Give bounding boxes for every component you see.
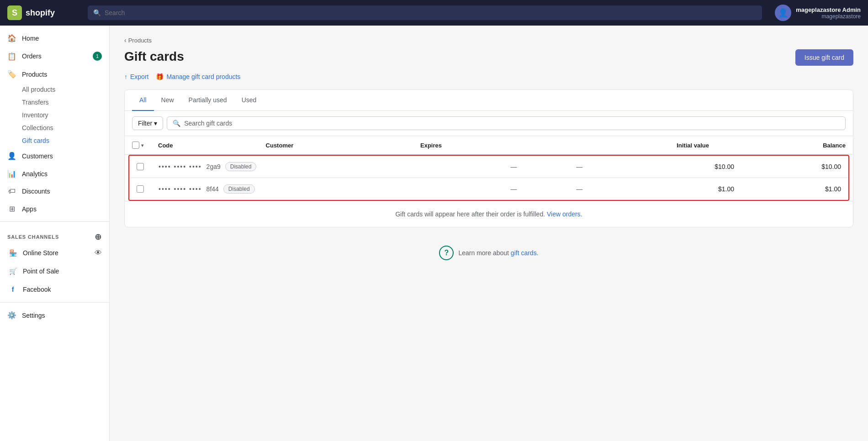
discounts-icon: 🏷 bbox=[7, 187, 16, 195]
gift-cards-table: ▾ Code Customer Expires Initial value Ba… bbox=[125, 136, 853, 201]
select-all-checkbox[interactable] bbox=[132, 142, 139, 149]
row2-customer: — bbox=[503, 178, 569, 200]
app-body: 🏠 Home 📋 Orders 1 🏷️ Products All produc… bbox=[0, 26, 868, 441]
row1-customer-dash: — bbox=[511, 163, 517, 170]
sidebar-item-facebook[interactable]: f Facebook bbox=[0, 280, 109, 299]
sidebar-item-settings[interactable]: ⚙️ Settings bbox=[0, 306, 109, 324]
avatar[interactable]: 👤 bbox=[775, 5, 791, 21]
add-sales-channel-button[interactable]: ⊕ bbox=[95, 233, 102, 241]
row2-status-badge: Disabled bbox=[223, 184, 255, 194]
sidebar-sub-transfers[interactable]: Transfers bbox=[0, 96, 109, 109]
search-input[interactable] bbox=[105, 9, 757, 16]
online-store-label: Online Store bbox=[23, 249, 58, 257]
export-button[interactable]: ↑ Export bbox=[124, 73, 148, 80]
card-footer: Gift cards will appear here after their … bbox=[125, 201, 853, 227]
online-store-icon: 🏪 bbox=[7, 247, 18, 258]
issue-gift-card-button[interactable]: Issue gift card bbox=[795, 49, 853, 66]
global-search[interactable]: 🔍 bbox=[88, 5, 762, 20]
products-icon: 🏷️ bbox=[7, 70, 16, 79]
help-text-label: Learn more about bbox=[458, 249, 509, 257]
export-icon: ↑ bbox=[124, 73, 127, 80]
sidebar-item-analytics[interactable]: 📊 Analytics bbox=[0, 165, 109, 183]
row1-balance: $10.00 bbox=[741, 156, 848, 178]
transfers-label: Transfers bbox=[22, 99, 49, 106]
gift-cards-card: All New Partially used Used Filter ▾ 🔍 bbox=[124, 89, 853, 227]
sidebar-item-apps[interactable]: ⊞ Apps bbox=[0, 200, 109, 218]
apps-icon: ⊞ bbox=[7, 205, 16, 213]
row2-expires: — bbox=[569, 178, 635, 200]
sidebar-item-products[interactable]: 🏷️ Products bbox=[0, 65, 109, 83]
filter-row: Filter ▾ 🔍 bbox=[125, 111, 853, 136]
sidebar-item-customers[interactable]: 👤 Customers bbox=[0, 147, 109, 165]
logo[interactable]: S shopify bbox=[7, 5, 80, 20]
sidebar-item-customers-label: Customers bbox=[22, 152, 53, 160]
breadcrumb-arrow: ‹ bbox=[124, 37, 127, 44]
sidebar-item-apps-label: Apps bbox=[22, 205, 37, 213]
sidebar-item-home-label: Home bbox=[22, 35, 39, 42]
page-header: Gift cards Issue gift card bbox=[124, 49, 853, 66]
col-expires: Expires bbox=[413, 136, 545, 155]
col-customer: Customer bbox=[259, 136, 413, 155]
gift-cards-help-link[interactable]: gift cards. bbox=[511, 249, 539, 257]
breadcrumb-label: Products bbox=[128, 37, 152, 44]
manage-gift-card-products-button[interactable]: 🎁 Manage gift card products bbox=[156, 73, 240, 80]
tab-used[interactable]: Used bbox=[234, 90, 264, 111]
sales-channels-label: SALES CHANNELS bbox=[7, 234, 59, 240]
row2-initial-value: $1.00 bbox=[635, 178, 741, 200]
help-text: Learn more about gift cards. bbox=[458, 249, 538, 257]
search-icon: 🔍 bbox=[93, 9, 101, 16]
row1-checkbox[interactable] bbox=[137, 163, 144, 170]
tab-all[interactable]: All bbox=[132, 90, 154, 111]
sidebar-item-online-store[interactable]: 🏪 Online Store 👁 bbox=[0, 244, 109, 262]
row2-code-suffix: 8f44 bbox=[206, 185, 219, 193]
orders-badge: 1 bbox=[93, 52, 102, 61]
checkbox-header: ▾ bbox=[125, 136, 151, 155]
tab-new[interactable]: New bbox=[154, 90, 181, 111]
row1-checkbox-cell bbox=[129, 156, 151, 178]
sidebar-item-discounts-label: Discounts bbox=[22, 188, 50, 195]
filter-label: Filter bbox=[138, 120, 152, 127]
tabs: All New Partially used Used bbox=[125, 90, 853, 111]
filter-button[interactable]: Filter ▾ bbox=[132, 116, 163, 130]
facebook-icon: f bbox=[7, 284, 18, 295]
toolbar-row: ↑ Export 🎁 Manage gift card products bbox=[124, 73, 853, 80]
sidebar-item-discounts[interactable]: 🏷 Discounts bbox=[0, 183, 109, 200]
eye-icon[interactable]: 👁 bbox=[95, 249, 102, 257]
view-orders-link[interactable]: View orders. bbox=[547, 210, 582, 218]
search-gift-cards-icon: 🔍 bbox=[173, 120, 180, 127]
sidebar-sub-all-products[interactable]: All products bbox=[0, 83, 109, 96]
sidebar-item-point-of-sale[interactable]: 🛒 Point of Sale bbox=[0, 262, 109, 280]
table-row[interactable]: •••• •••• •••• 2ga9 Disabled — — bbox=[129, 156, 848, 178]
breadcrumb[interactable]: ‹ Products bbox=[124, 37, 853, 44]
row1-customer: — bbox=[503, 156, 569, 178]
point-of-sale-label: Point of Sale bbox=[23, 268, 59, 275]
sidebar-item-home[interactable]: 🏠 Home bbox=[0, 29, 109, 47]
checkbox-dropdown-icon[interactable]: ▾ bbox=[141, 143, 143, 148]
row2-code-dots: •••• •••• •••• bbox=[159, 185, 202, 193]
row2-code: •••• •••• •••• 8f44 Disabled bbox=[159, 184, 496, 194]
page-title-wrap: Gift cards bbox=[124, 49, 184, 64]
page-title: Gift cards bbox=[124, 49, 184, 64]
sidebar-item-orders[interactable]: 📋 Orders 1 bbox=[0, 47, 109, 65]
highlighted-rows-wrapper: •••• •••• •••• 2ga9 Disabled — — bbox=[128, 155, 849, 201]
highlighted-rows-table: •••• •••• •••• 2ga9 Disabled — — bbox=[129, 156, 848, 200]
tab-partially-used[interactable]: Partially used bbox=[181, 90, 234, 111]
sidebar-divider bbox=[0, 221, 109, 222]
settings-label: Settings bbox=[22, 312, 45, 319]
manage-label: Manage gift card products bbox=[166, 73, 240, 80]
sidebar-item-analytics-label: Analytics bbox=[22, 170, 48, 178]
sidebar-sub-gift-cards[interactable]: Gift cards bbox=[0, 134, 109, 147]
row1-expires: — bbox=[569, 156, 635, 178]
search-gift-cards-input[interactable] bbox=[184, 120, 840, 127]
help-icon: ? bbox=[439, 246, 454, 260]
inventory-label: Inventory bbox=[22, 111, 48, 119]
gift-card-search[interactable]: 🔍 bbox=[167, 116, 846, 130]
sidebar-sub-inventory[interactable]: Inventory bbox=[0, 109, 109, 121]
row2-balance: $1.00 bbox=[741, 178, 848, 200]
analytics-icon: 📊 bbox=[7, 169, 16, 178]
top-nav: S shopify 🔍 👤 mageplazastore Admin magep… bbox=[0, 0, 868, 26]
table-row[interactable]: •••• •••• •••• 8f44 Disabled — — bbox=[129, 178, 848, 200]
sidebar-sub-collections[interactable]: Collections bbox=[0, 121, 109, 134]
row2-checkbox[interactable] bbox=[137, 185, 144, 193]
home-icon: 🏠 bbox=[7, 34, 16, 42]
